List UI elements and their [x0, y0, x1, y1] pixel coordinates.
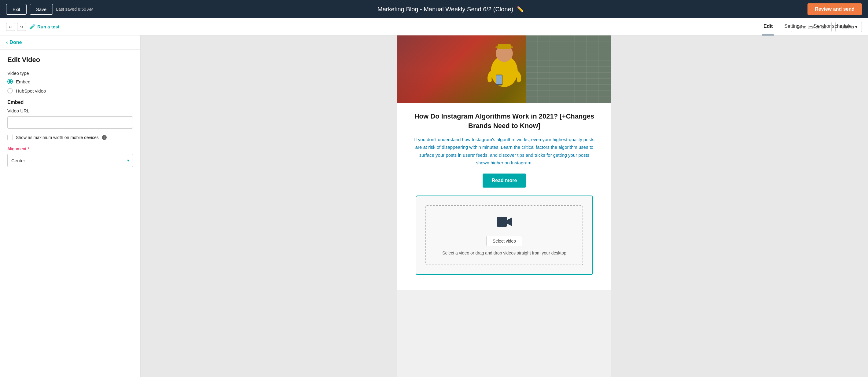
run-test-label: Run a test	[37, 24, 60, 29]
top-bar-right: Review and send	[807, 3, 862, 15]
page-title: Marketing Blog - Manual Weekly Send 6/2 …	[377, 6, 513, 13]
radio-embed[interactable]: Embed	[7, 79, 133, 84]
save-button[interactable]: Save	[30, 4, 53, 15]
svg-rect-3	[498, 44, 511, 49]
top-bar-center: Marketing Blog - Manual Weekly Send 6/2 …	[377, 6, 524, 13]
run-test-icon: 🧪	[29, 24, 35, 30]
second-bar: ↩ ↪ 🧪 Run a test Edit Settings Send or s…	[0, 18, 868, 35]
review-send-button[interactable]: Review and send	[807, 3, 862, 15]
email-body: How Do Instagram Algorithms Work in 2021…	[397, 103, 611, 290]
video-url-label: Video URL	[7, 108, 133, 113]
alignment-select-wrapper: Center Left Right ▾	[7, 154, 133, 167]
tab-settings[interactable]: Settings	[783, 18, 803, 35]
svg-rect-6	[497, 217, 507, 227]
radio-embed-circle	[7, 79, 13, 84]
done-button[interactable]: ‹ Done	[0, 35, 140, 50]
redo-button[interactable]: ↪	[17, 23, 26, 31]
main-layout: ‹ Done Edit Video Video type Embed HubSp…	[0, 35, 868, 377]
radio-hubspot-label: HubSpot video	[16, 88, 46, 93]
embed-section: Embed Video URL	[7, 100, 133, 129]
select-video-button[interactable]: Select video	[486, 236, 522, 246]
article-title: How Do Instagram Algorithms Work in 2021…	[413, 112, 596, 131]
alignment-select[interactable]: Center Left Right	[7, 154, 133, 167]
drop-hint-text: Select a video or drag and drop videos s…	[442, 251, 566, 255]
mobile-width-checkbox[interactable]	[7, 135, 13, 140]
panel-content: Edit Video Video type Embed HubSpot vide…	[0, 50, 140, 179]
embed-section-label: Embed	[7, 100, 133, 105]
left-panel: ‹ Done Edit Video Video type Embed HubSp…	[0, 35, 141, 377]
top-bar: Exit Save Last saved 8:50 AM Marketing B…	[0, 0, 868, 18]
panel-title: Edit Video	[7, 56, 133, 64]
second-bar-left: ↩ ↪ 🧪 Run a test	[6, 23, 60, 31]
top-bar-left: Exit Save Last saved 8:50 AM	[6, 4, 94, 15]
video-url-input[interactable]	[7, 116, 133, 129]
undo-button[interactable]: ↩	[6, 23, 15, 31]
mobile-width-label: Show as maximum width on mobile devices	[16, 135, 99, 140]
info-icon[interactable]: i	[102, 135, 107, 140]
actions-chevron-icon: ▾	[855, 25, 857, 29]
exit-button[interactable]: Exit	[6, 4, 27, 15]
radio-group: Embed HubSpot video	[7, 79, 133, 93]
mobile-width-row: Show as maximum width on mobile devices …	[7, 135, 133, 140]
radio-hubspot-circle	[7, 88, 13, 93]
article-description: If you don't understand how Instagram's …	[413, 136, 596, 167]
video-type-group: Video type Embed HubSpot video	[7, 70, 133, 93]
video-dropzone: Select video Select a video or drag and …	[416, 195, 593, 275]
dashed-drop-area: Select video Select a video or drag and …	[426, 205, 583, 265]
video-camera-icon	[496, 215, 512, 231]
read-more-button[interactable]: Read more	[483, 174, 526, 188]
tab-send-schedule[interactable]: Send or schedule	[812, 18, 853, 35]
done-label: Done	[9, 40, 22, 45]
run-test-button[interactable]: 🧪 Run a test	[29, 24, 60, 30]
brick-bg	[526, 35, 611, 103]
nav-tabs: Edit Settings Send or schedule	[762, 18, 853, 35]
alignment-group: Alignment * Center Left Right ▾	[7, 146, 133, 167]
back-chevron-icon: ‹	[6, 40, 8, 45]
edit-title-icon[interactable]: ✏️	[517, 6, 524, 12]
video-type-label: Video type	[7, 70, 133, 76]
last-saved-text: Last saved 8:50 AM	[56, 7, 94, 11]
content-area: How Do Instagram Algorithms Work in 2021…	[141, 35, 868, 377]
undo-redo-group: ↩ ↪	[6, 23, 26, 31]
radio-hubspot-video[interactable]: HubSpot video	[7, 88, 133, 93]
alignment-label: Alignment *	[7, 146, 133, 151]
svg-rect-5	[496, 75, 502, 84]
tab-edit[interactable]: Edit	[762, 18, 774, 35]
radio-embed-label: Embed	[16, 79, 31, 84]
email-container: How Do Instagram Algorithms Work in 2021…	[397, 35, 611, 377]
email-hero-image	[397, 35, 611, 103]
